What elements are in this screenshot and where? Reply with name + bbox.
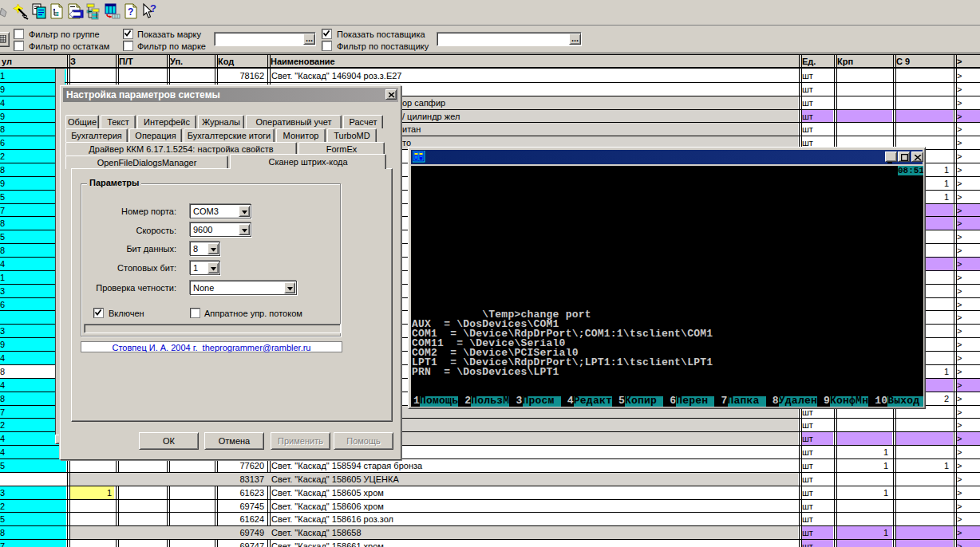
svg-text:?: ? <box>128 6 133 18</box>
svg-text:?: ? <box>150 2 156 14</box>
